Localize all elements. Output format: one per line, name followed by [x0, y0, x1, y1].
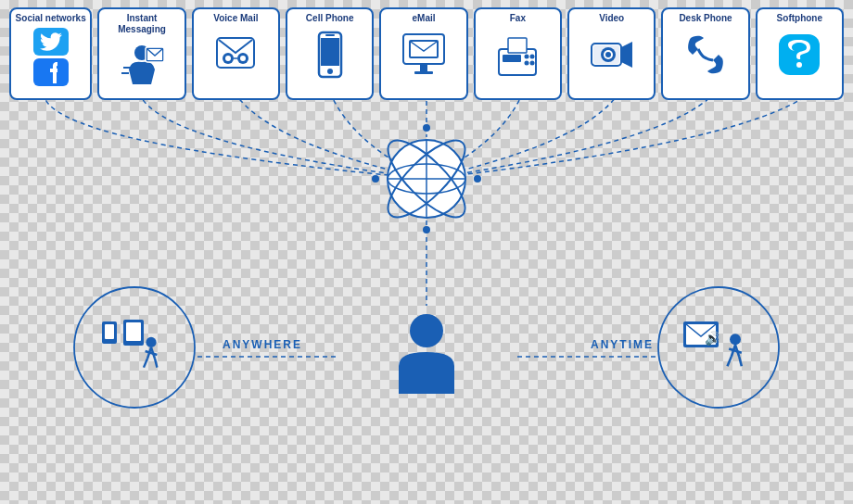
svg-rect-51: [420, 64, 427, 71]
channel-softphone-label: Softphone: [777, 13, 822, 24]
svg-rect-52: [414, 71, 433, 74]
svg-point-67: [796, 62, 802, 68]
twitter-icon: [33, 28, 69, 56]
channel-deskphone: Desk Phone: [661, 7, 749, 100]
channel-boxes-row: Social networks InstantMessaging: [0, 7, 853, 100]
anywhere-label: ANYWHERE: [223, 338, 302, 351]
social-icons-group: [33, 28, 69, 86]
facebook-icon: [33, 58, 69, 86]
channel-email: eMail: [379, 7, 467, 100]
svg-point-60: [530, 61, 535, 66]
channel-social-label: Social networks: [16, 13, 86, 24]
channel-video-label: Video: [599, 13, 624, 24]
svg-point-65: [605, 52, 611, 57]
svg-point-45: [327, 69, 333, 74]
channel-email-label: eMail: [413, 13, 436, 24]
channel-softphone: Softphone: [756, 7, 844, 100]
voicemail-icon: [209, 28, 262, 82]
svg-point-40: [225, 56, 231, 61]
deskphone-icon: [679, 28, 732, 82]
channel-voicemail: Voice Mail: [192, 7, 280, 100]
channel-video: Video: [567, 7, 656, 100]
channel-voicemail-label: Voice Mail: [213, 13, 258, 24]
softphone-icon: [772, 28, 826, 82]
channel-deskphone-label: Desk Phone: [679, 13, 732, 24]
channel-fax-label: Fax: [510, 13, 526, 24]
svg-point-58: [530, 55, 535, 59]
anytime-label: ANYTIME: [591, 338, 654, 351]
video-icon: [585, 28, 639, 82]
channel-im-label: InstantMessaging: [118, 13, 166, 35]
svg-point-57: [525, 55, 529, 59]
svg-rect-55: [508, 38, 527, 53]
channel-cellphone-label: Cell Phone: [306, 13, 354, 24]
im-icon: [115, 39, 169, 93]
fax-icon: [490, 28, 544, 82]
channel-cellphone: Cell Phone: [286, 7, 374, 100]
svg-rect-56: [503, 55, 521, 62]
channel-social: Social networks: [9, 7, 92, 100]
svg-point-42: [240, 56, 246, 61]
cellphone-icon: [303, 28, 357, 82]
svg-point-59: [525, 61, 529, 66]
channel-fax: Fax: [474, 7, 562, 100]
svg-rect-46: [325, 34, 335, 36]
svg-rect-44: [321, 38, 339, 66]
email-icon: [397, 28, 451, 82]
channel-im: InstantMessaging: [97, 7, 185, 100]
